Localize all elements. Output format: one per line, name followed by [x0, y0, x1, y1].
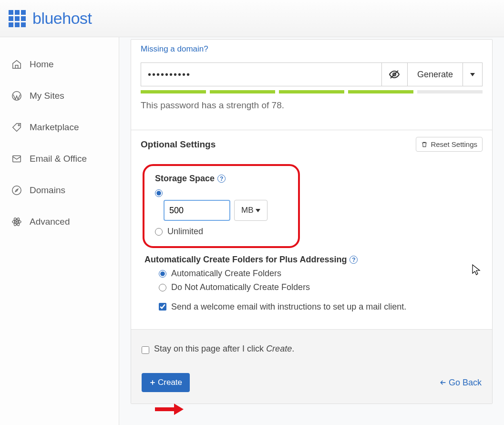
- welcome-email-text: Send a welcome email with instructions t…: [171, 301, 406, 313]
- envelope-icon: [11, 154, 22, 164]
- reset-settings-label: Reset Settings: [431, 140, 477, 148]
- sidebar-item-label: Advanced: [30, 217, 70, 227]
- home-icon: [11, 59, 22, 70]
- svg-rect-2: [13, 156, 21, 162]
- storage-unlimited-radio-row: Unlimited: [155, 227, 288, 237]
- svg-point-3: [12, 186, 21, 195]
- sidebar-item-label: Marketplace: [30, 122, 79, 133]
- storage-custom-radio-row: [155, 189, 288, 197]
- strength-text: This password has a strength of 78.: [141, 100, 483, 111]
- svg-point-7: [16, 221, 18, 223]
- plus-auto-label: Automatically Create Folders: [171, 269, 281, 279]
- optional-settings-title: Optional Settings: [141, 139, 216, 150]
- generate-button[interactable]: Generate: [407, 62, 463, 86]
- brand-name: bluehost: [32, 9, 92, 28]
- sidebar-item-label: Domains: [30, 185, 65, 196]
- plus-addressing-label: Automatically Create Folders for Plus Ad…: [144, 255, 479, 265]
- svg-point-1: [18, 124, 20, 126]
- storage-space-label: Storage Space ?: [155, 174, 288, 184]
- plus-no-label: Do Not Automatically Create Folders: [171, 282, 310, 292]
- storage-unlimited-label: Unlimited: [167, 227, 203, 237]
- form-footer: Stay on this page after I click Create. …: [131, 329, 492, 404]
- password-input[interactable]: [141, 62, 381, 86]
- storage-custom-radio[interactable]: [155, 189, 163, 197]
- main-content: Missing a domain? Generate This password…: [119, 37, 504, 425]
- sidebar-item-label: My Sites: [30, 91, 64, 101]
- logo-grid-icon: [9, 10, 26, 27]
- sidebar-item-advanced[interactable]: Advanced: [0, 206, 119, 238]
- tag-icon: [11, 122, 22, 133]
- stay-on-page-text: Stay on this page after I click Create.: [154, 344, 294, 354]
- missing-domain-link[interactable]: Missing a domain?: [141, 44, 208, 53]
- optional-settings-header: Optional Settings Reset Settings: [131, 130, 492, 158]
- wordpress-icon: [11, 91, 22, 101]
- sidebar: Home My Sites Marketplace Email & Office…: [0, 37, 119, 425]
- compass-icon: [11, 185, 22, 196]
- welcome-email-checkbox[interactable]: [159, 303, 166, 311]
- password-row: Generate: [141, 62, 483, 86]
- plus-auto-radio[interactable]: [159, 270, 166, 278]
- storage-unit-dropdown[interactable]: MB: [234, 200, 267, 221]
- sidebar-item-home[interactable]: Home: [0, 49, 119, 80]
- caret-down-icon: [256, 209, 260, 212]
- sidebar-item-mysites[interactable]: My Sites: [0, 80, 119, 112]
- sidebar-item-marketplace[interactable]: Marketplace: [0, 112, 119, 143]
- storage-highlight-box: Storage Space ? MB: [143, 164, 300, 248]
- generate-dropdown-button[interactable]: [463, 62, 483, 86]
- atom-icon: [11, 217, 22, 227]
- eye-off-icon: [389, 69, 400, 80]
- create-button[interactable]: Create: [142, 373, 190, 392]
- sidebar-item-label: Home: [30, 59, 54, 70]
- plus-no-radio[interactable]: [159, 284, 166, 291]
- toggle-visibility-button[interactable]: [381, 62, 407, 86]
- go-back-link[interactable]: Go Back: [439, 378, 482, 388]
- reset-settings-button[interactable]: Reset Settings: [416, 137, 483, 152]
- caret-down-icon: [470, 73, 475, 76]
- trash-icon: [421, 141, 428, 148]
- topbar: bluehost: [0, 0, 504, 37]
- strength-meter: [141, 90, 483, 93]
- storage-unlimited-radio[interactable]: [155, 228, 163, 236]
- stay-on-page-checkbox[interactable]: [142, 346, 149, 354]
- help-icon[interactable]: ?: [217, 175, 226, 183]
- storage-value-input[interactable]: [164, 200, 230, 221]
- sidebar-item-label: Email & Office: [30, 154, 87, 164]
- sidebar-item-email[interactable]: Email & Office: [0, 143, 119, 175]
- arrow-left-icon: [439, 379, 447, 386]
- form-panel: Missing a domain? Generate This password…: [131, 39, 493, 404]
- sidebar-item-domains[interactable]: Domains: [0, 175, 119, 206]
- help-icon[interactable]: ?: [350, 256, 358, 264]
- plus-icon: [149, 379, 156, 386]
